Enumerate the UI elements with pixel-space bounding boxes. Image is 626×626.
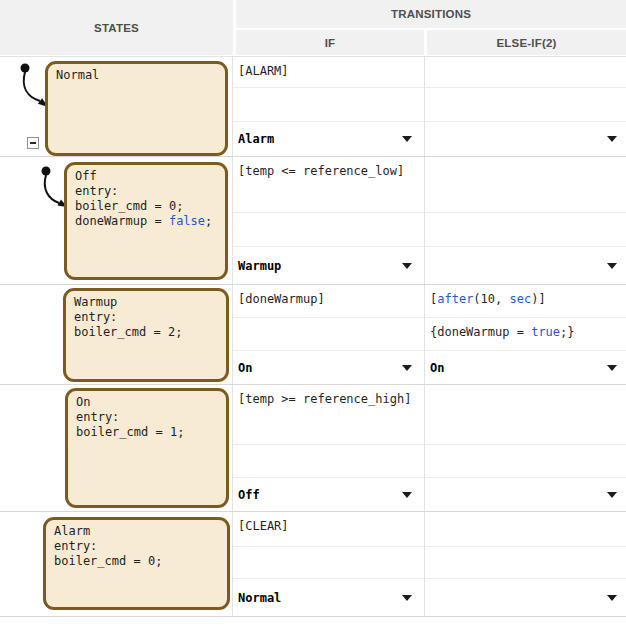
triangle-down-icon[interactable] bbox=[607, 365, 617, 371]
if-action-cell[interactable] bbox=[233, 88, 424, 122]
if-condition-cell[interactable]: [doneWarmup] bbox=[233, 285, 424, 318]
table-row-on: On entry:boiler_cmd = 1; [temp >= refere… bbox=[0, 385, 626, 512]
state-code: entry:boiler_cmd = 0;doneWarmup = false; bbox=[75, 184, 217, 229]
elseif-condition-cell[interactable] bbox=[425, 57, 626, 88]
elseif-condition-cell[interactable] bbox=[425, 385, 626, 445]
triangle-down-icon[interactable] bbox=[402, 136, 412, 142]
if-destination-dropdown[interactable]: Normal bbox=[233, 579, 424, 616]
state-title: Alarm bbox=[54, 524, 219, 539]
triangle-down-icon[interactable] bbox=[402, 492, 412, 498]
if-destination-dropdown[interactable]: Alarm bbox=[233, 122, 424, 156]
elseif-destination-dropdown[interactable] bbox=[425, 579, 626, 616]
if-condition-cell[interactable]: [ALARM] bbox=[233, 57, 424, 88]
if-column-header: IF bbox=[236, 30, 424, 55]
states-cell: Warmup entry:boiler_cmd = 2; bbox=[0, 285, 233, 384]
destination-label: On bbox=[430, 361, 444, 375]
elseif-action-cell[interactable] bbox=[425, 213, 626, 247]
elseif-action-cell[interactable] bbox=[425, 445, 626, 478]
states-column-header: STATES bbox=[0, 0, 233, 55]
destination-label: Alarm bbox=[238, 132, 274, 146]
state-title: Normal bbox=[56, 68, 217, 83]
state-title: Off bbox=[75, 169, 217, 184]
state-title: On bbox=[76, 395, 218, 410]
elseif-header-label: ELSE-IF(2) bbox=[496, 37, 556, 49]
triangle-down-icon[interactable] bbox=[402, 263, 412, 269]
destination-label: Off bbox=[238, 488, 260, 502]
elseif-destination-dropdown[interactable] bbox=[425, 478, 626, 511]
table-row-off: Off entry:boiler_cmd = 0;doneWarmup = fa… bbox=[0, 157, 626, 285]
states-cell: On entry:boiler_cmd = 1; bbox=[0, 385, 233, 511]
if-cell: [doneWarmup] On bbox=[233, 285, 425, 384]
if-destination-dropdown[interactable]: On bbox=[233, 351, 424, 384]
state-box-off[interactable]: Off entry:boiler_cmd = 0;doneWarmup = fa… bbox=[64, 162, 228, 280]
states-cell: Off entry:boiler_cmd = 0;doneWarmup = fa… bbox=[0, 157, 233, 284]
states-header-label: STATES bbox=[94, 22, 139, 34]
if-condition-cell[interactable]: [CLEAR] bbox=[233, 512, 424, 547]
triangle-down-icon[interactable] bbox=[607, 136, 617, 142]
elseif-destination-dropdown[interactable]: On bbox=[425, 351, 626, 384]
state-box-normal[interactable]: Normal bbox=[45, 61, 228, 156]
elseif-condition-cell[interactable] bbox=[425, 512, 626, 547]
transitions-column-header: TRANSITIONS bbox=[236, 0, 626, 28]
elseif-cell: [after(10, sec)] {doneWarmup = true;} On bbox=[425, 285, 626, 384]
if-action-cell[interactable] bbox=[233, 547, 424, 579]
if-cell: [temp >= reference_high] Off bbox=[233, 385, 425, 511]
if-destination-dropdown[interactable]: Off bbox=[233, 478, 424, 511]
state-box-on[interactable]: On entry:boiler_cmd = 1; bbox=[65, 388, 229, 508]
elseif-destination-dropdown[interactable] bbox=[425, 122, 626, 156]
table-row-normal: Normal [ALARM] Alarm bbox=[0, 56, 626, 157]
if-action-cell[interactable] bbox=[233, 318, 424, 351]
elseif-cell bbox=[425, 57, 626, 156]
triangle-down-icon[interactable] bbox=[402, 595, 412, 601]
if-action-cell[interactable] bbox=[233, 445, 424, 478]
elseif-column-header: ELSE-IF(2) bbox=[427, 30, 626, 55]
if-action-cell[interactable] bbox=[233, 213, 424, 247]
state-box-alarm[interactable]: Alarm entry:boiler_cmd = 0; bbox=[43, 517, 230, 610]
transitions-header-label: TRANSITIONS bbox=[391, 8, 471, 20]
state-box-warmup[interactable]: Warmup entry:boiler_cmd = 2; bbox=[63, 288, 229, 382]
state-code: entry:boiler_cmd = 0; bbox=[54, 539, 219, 569]
if-cell: [temp <= reference_low] Warmup bbox=[233, 157, 425, 284]
triangle-down-icon[interactable] bbox=[607, 595, 617, 601]
table-row-warmup: Warmup entry:boiler_cmd = 2; [doneWarmup… bbox=[0, 285, 626, 385]
elseif-cell bbox=[425, 385, 626, 511]
table-row-alarm: Alarm entry:boiler_cmd = 0; [CLEAR] Norm… bbox=[0, 512, 626, 617]
destination-label: On bbox=[238, 361, 252, 375]
collapse-minus-box-icon[interactable] bbox=[27, 137, 39, 149]
if-header-label: IF bbox=[325, 37, 336, 49]
elseif-destination-dropdown[interactable] bbox=[425, 247, 626, 284]
state-code: entry:boiler_cmd = 1; bbox=[76, 410, 218, 440]
elseif-action-cell[interactable] bbox=[425, 547, 626, 579]
triangle-down-icon[interactable] bbox=[402, 365, 412, 371]
elseif-condition-cell[interactable]: [after(10, sec)] bbox=[425, 285, 626, 318]
state-title: Warmup bbox=[74, 295, 218, 310]
if-cell: [CLEAR] Normal bbox=[233, 512, 425, 616]
destination-label: Normal bbox=[238, 591, 281, 605]
if-condition-cell[interactable]: [temp >= reference_high] bbox=[233, 385, 424, 445]
triangle-down-icon[interactable] bbox=[607, 492, 617, 498]
states-cell: Alarm entry:boiler_cmd = 0; bbox=[0, 512, 233, 616]
destination-label: Warmup bbox=[238, 259, 281, 273]
state-transition-table: STATES TRANSITIONS IF ELSE-IF(2) Normal … bbox=[0, 0, 626, 626]
if-condition-cell[interactable]: [temp <= reference_low] bbox=[233, 157, 424, 213]
elseif-action-cell[interactable]: {doneWarmup = true;} bbox=[425, 318, 626, 351]
triangle-down-icon[interactable] bbox=[607, 263, 617, 269]
if-cell: [ALARM] Alarm bbox=[233, 57, 425, 156]
state-code: entry:boiler_cmd = 2; bbox=[74, 310, 218, 340]
elseif-cell bbox=[425, 157, 626, 284]
elseif-cell bbox=[425, 512, 626, 616]
elseif-condition-cell[interactable] bbox=[425, 157, 626, 213]
if-destination-dropdown[interactable]: Warmup bbox=[233, 247, 424, 284]
elseif-action-cell[interactable] bbox=[425, 88, 626, 122]
